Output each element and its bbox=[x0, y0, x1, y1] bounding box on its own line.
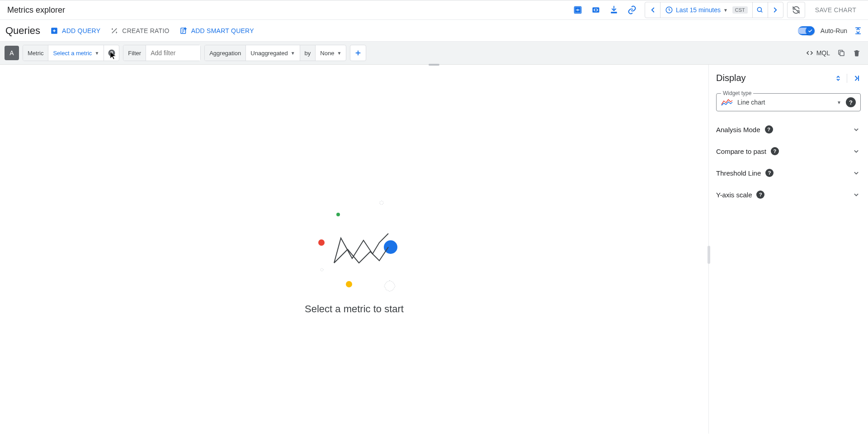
save-view-icon[interactable] bbox=[569, 1, 587, 19]
aggregation-select[interactable]: Unaggregated ▼ bbox=[246, 50, 299, 57]
svg-marker-18 bbox=[384, 281, 395, 291]
svg-point-12 bbox=[380, 201, 383, 205]
time-zoom-icon[interactable] bbox=[752, 2, 768, 18]
add-smart-query-label: ADD SMART QUERY bbox=[191, 27, 254, 34]
metric-chip-label: Metric bbox=[23, 45, 48, 61]
widget-type-select[interactable]: Widget type Line chart ▼ ? bbox=[716, 93, 861, 111]
widget-type-value: Line chart bbox=[737, 99, 832, 106]
add-query-button[interactable]: ADD QUERY bbox=[50, 27, 100, 35]
help-icon[interactable]: ? bbox=[765, 125, 773, 134]
groupby-select[interactable]: None ▼ bbox=[316, 50, 346, 57]
aggregation-chip-label: Aggregation bbox=[205, 45, 246, 61]
check-icon bbox=[806, 26, 815, 35]
accordion-label: Y-axis scale bbox=[716, 191, 752, 199]
svg-point-5 bbox=[758, 7, 762, 11]
plus-box-icon bbox=[50, 27, 58, 35]
copy-query-icon[interactable] bbox=[837, 49, 845, 57]
auto-refresh-off-icon[interactable] bbox=[787, 2, 805, 18]
svg-point-13 bbox=[336, 213, 340, 216]
collapse-queries-icon[interactable] bbox=[854, 26, 863, 35]
add-smart-query-button[interactable]: ADD SMART QUERY bbox=[179, 27, 254, 35]
chevron-down-icon bbox=[852, 190, 861, 199]
autorun-toggle[interactable] bbox=[798, 26, 814, 35]
by-chip-label: by bbox=[300, 45, 316, 61]
queries-bar: Queries ADD QUERY CREATE RATIO ADD SMART… bbox=[0, 20, 868, 42]
chevron-down-icon bbox=[852, 147, 861, 156]
svg-rect-3 bbox=[593, 7, 599, 13]
top-actions: Last 15 minutes ▼ CST SAVE CHART bbox=[569, 1, 863, 19]
accordion-y-axis-scale[interactable]: Y-axis scale ? bbox=[709, 184, 868, 205]
display-title: Display bbox=[716, 73, 746, 83]
chevron-down-icon: ▼ bbox=[723, 8, 728, 13]
accordion-compare-to-past[interactable]: Compare to past ? bbox=[709, 140, 868, 162]
empty-state-text: Select a metric to start bbox=[305, 303, 404, 315]
filter-chip: Filter bbox=[123, 45, 201, 61]
chevron-down-icon: ▼ bbox=[94, 51, 99, 56]
clock-icon bbox=[665, 6, 673, 14]
smart-query-icon bbox=[179, 27, 188, 35]
filter-input[interactable] bbox=[146, 45, 200, 61]
chevron-down-icon: ▼ bbox=[291, 51, 295, 56]
metric-chip: Metric Select a metric ▼ ? bbox=[23, 45, 119, 61]
chart-panel: Select a metric to start bbox=[0, 65, 709, 434]
code-icon[interactable] bbox=[587, 1, 605, 19]
accordion-label: Threshold Line bbox=[716, 169, 761, 177]
svg-rect-11 bbox=[840, 52, 844, 56]
svg-rect-1 bbox=[576, 9, 580, 10]
chevron-down-icon bbox=[852, 125, 861, 134]
code-icon bbox=[806, 49, 814, 57]
svg-point-17 bbox=[346, 281, 352, 287]
svg-point-16 bbox=[321, 268, 323, 271]
svg-text:?: ? bbox=[110, 50, 113, 56]
svg-point-15 bbox=[384, 240, 397, 254]
accordion-threshold-line[interactable]: Threshold Line ? bbox=[709, 162, 868, 184]
time-range-label: Last 15 minutes bbox=[676, 6, 721, 14]
chevron-down-icon: ▼ bbox=[837, 100, 841, 105]
queries-title: Queries bbox=[5, 25, 40, 37]
widget-type-label: Widget type bbox=[721, 90, 753, 96]
widget-help-icon[interactable]: ? bbox=[846, 97, 856, 107]
time-prev-icon[interactable] bbox=[645, 2, 660, 18]
help-icon[interactable]: ? bbox=[756, 191, 764, 199]
display-panel: Display Widget type Line chart ▼ ? bbox=[709, 65, 868, 434]
top-header: Metrics explorer Last 15 minutes ▼ CST bbox=[0, 0, 868, 20]
ratio-icon bbox=[110, 27, 118, 35]
svg-rect-2 bbox=[576, 11, 578, 12]
mql-label: MQL bbox=[816, 49, 830, 57]
delete-query-icon[interactable] bbox=[853, 49, 861, 57]
accordion-label: Analysis Mode bbox=[716, 126, 760, 134]
collapse-panel-icon[interactable] bbox=[852, 74, 861, 83]
line-chart-icon bbox=[721, 98, 733, 106]
time-range-button[interactable]: Last 15 minutes ▼ CST bbox=[660, 2, 752, 18]
mql-button[interactable]: MQL bbox=[806, 49, 830, 57]
create-ratio-button[interactable]: CREATE RATIO bbox=[110, 27, 169, 35]
aggregation-value: Unaggregated bbox=[250, 50, 288, 57]
add-query-label: ADD QUERY bbox=[62, 27, 100, 34]
chevron-down-icon bbox=[852, 168, 861, 177]
add-segment-button[interactable] bbox=[350, 45, 366, 61]
svg-point-14 bbox=[318, 239, 325, 246]
panel-resize-handle[interactable] bbox=[708, 246, 710, 264]
sort-icon[interactable] bbox=[834, 74, 842, 83]
accordion-label: Compare to past bbox=[716, 148, 766, 155]
time-range-group: Last 15 minutes ▼ CST bbox=[645, 2, 783, 18]
metric-help-icon[interactable]: ? bbox=[104, 45, 119, 61]
autorun-label: Auto-Run bbox=[821, 27, 847, 34]
time-next-icon[interactable] bbox=[768, 2, 783, 18]
accordion-analysis-mode[interactable]: Analysis Mode ? bbox=[709, 119, 868, 140]
content-area: Select a metric to start Display Widget … bbox=[0, 65, 868, 434]
save-chart-button[interactable]: SAVE CHART bbox=[809, 6, 863, 14]
select-metric-button[interactable]: Select a metric ▼ bbox=[48, 50, 104, 57]
link-icon[interactable] bbox=[623, 1, 641, 19]
help-icon[interactable]: ? bbox=[771, 147, 779, 155]
query-row-a: A Metric Select a metric ▼ ? Filter Aggr… bbox=[0, 42, 868, 65]
help-icon[interactable]: ? bbox=[765, 169, 774, 177]
create-ratio-label: CREATE RATIO bbox=[122, 27, 169, 34]
filter-chip-label: Filter bbox=[123, 45, 146, 61]
aggregation-chip: Aggregation Unaggregated ▼ by None ▼ bbox=[204, 45, 346, 61]
download-icon[interactable] bbox=[605, 1, 623, 19]
empty-state-illustration bbox=[300, 184, 409, 292]
page-title: Metrics explorer bbox=[5, 5, 65, 15]
chevron-down-icon: ▼ bbox=[337, 51, 341, 56]
query-badge[interactable]: A bbox=[5, 46, 19, 60]
